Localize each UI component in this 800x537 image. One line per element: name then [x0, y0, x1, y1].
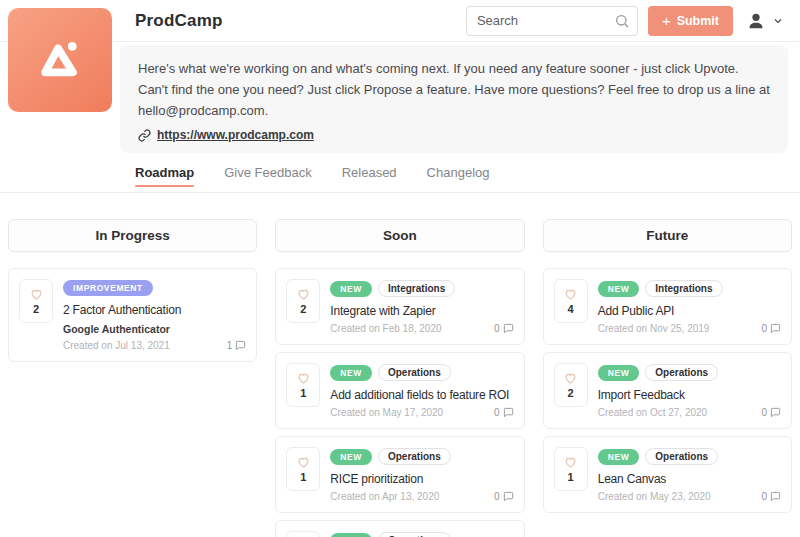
- website-link[interactable]: https://www.prodcamp.com: [157, 128, 314, 142]
- tab-label: Changelog: [427, 165, 490, 180]
- created-date: Created on Jul 13, 2021: [63, 340, 170, 351]
- comment-bubble-icon: [503, 491, 514, 502]
- tab-label: Roadmap: [135, 165, 194, 180]
- feature-card[interactable]: 2 NEW Integrations Integrate with Zapier…: [275, 268, 524, 345]
- heart-icon: [296, 287, 311, 301]
- created-date: Created on May 23, 2020: [598, 491, 711, 502]
- upvote-button[interactable]: 1: [554, 447, 588, 491]
- vote-count: 1: [300, 471, 306, 483]
- created-date: Created on May 17, 2020: [330, 407, 443, 418]
- comment-count[interactable]: 1: [227, 340, 247, 351]
- comment-count-value: 0: [494, 491, 500, 502]
- heart-icon: [296, 455, 311, 469]
- tab-released[interactable]: Released: [342, 165, 397, 180]
- category-tag: Integrations: [645, 280, 722, 297]
- column-soon: Soon 2 NEW Integrations Integrate with Z…: [275, 219, 524, 537]
- comment-count[interactable]: 0: [494, 407, 514, 418]
- card-title: Lean Canvas: [598, 472, 781, 486]
- upvote-button[interactable]: 2: [286, 279, 320, 323]
- comment-count-value: 0: [761, 407, 767, 418]
- vote-count: 1: [568, 471, 574, 483]
- upvote-button[interactable]: 2: [554, 363, 588, 407]
- status-badge: NEW: [598, 449, 640, 465]
- intro-description: Here's what we're working on and what's …: [138, 58, 770, 121]
- heart-icon: [563, 287, 578, 301]
- status-badge: NEW: [598, 365, 640, 381]
- tab-changelog[interactable]: Changelog: [427, 165, 490, 180]
- roadmap-board: In Progress 2 IMPROVEMENT 2 Factor Authe…: [0, 193, 800, 537]
- feature-card[interactable]: 1 NEW Operations Add additional fields t…: [275, 352, 524, 429]
- card-title: Integrate with Zapier: [330, 304, 513, 318]
- upvote-button[interactable]: 2: [19, 279, 53, 323]
- comment-count[interactable]: 0: [494, 323, 514, 334]
- tab-label: Give Feedback: [224, 165, 311, 180]
- tabs-bar: Roadmap Give Feedback Released Changelog: [0, 165, 800, 193]
- card-title: Add additional fields to feature ROI: [330, 388, 513, 402]
- feature-card[interactable]: 2 IMPROVEMENT 2 Factor Authentication Go…: [8, 268, 257, 362]
- submit-button-label: Submit: [677, 14, 719, 28]
- comment-bubble-icon: [503, 407, 514, 418]
- column-header: Soon: [275, 219, 524, 252]
- heart-icon: [563, 455, 578, 469]
- created-date: Created on Nov 25, 2019: [598, 323, 710, 334]
- column-future: Future 4 NEW Integrations Add Public API…: [543, 219, 792, 520]
- comment-count[interactable]: 0: [761, 407, 781, 418]
- vote-count: 2: [568, 387, 574, 399]
- category-tag: Operations: [645, 448, 718, 465]
- heart-icon: [29, 287, 44, 301]
- category-tag: Integrations: [378, 280, 455, 297]
- column-in-progress: In Progress 2 IMPROVEMENT 2 Factor Authe…: [8, 219, 257, 369]
- search-input[interactable]: [466, 6, 638, 36]
- comment-bubble-icon: [503, 323, 514, 334]
- status-badge: NEW: [598, 281, 640, 297]
- comment-bubble-icon: [770, 491, 781, 502]
- created-date: Created on Feb 18, 2020: [330, 323, 441, 334]
- upvote-button[interactable]: 1: [286, 447, 320, 491]
- tab-label: Released: [342, 165, 397, 180]
- category-tag: Operations: [378, 532, 451, 537]
- submit-button[interactable]: + Submit: [648, 6, 733, 36]
- feature-card[interactable]: 1 NEW Operations RICE prioritization Cre…: [275, 436, 524, 513]
- vote-count: 2: [300, 303, 306, 315]
- status-badge: NEW: [330, 365, 372, 381]
- user-menu[interactable]: [743, 8, 786, 34]
- upvote-button[interactable]: 0: [286, 531, 320, 537]
- prodcamp-logo: [8, 8, 112, 112]
- column-cards: 2 NEW Integrations Integrate with Zapier…: [275, 268, 524, 537]
- category-tag: Operations: [645, 364, 718, 381]
- top-bar: ProdCamp + Submit: [0, 0, 800, 42]
- feature-card[interactable]: 0 NEW Operations Weekly summary email Cr…: [275, 520, 524, 537]
- column-cards: 2 IMPROVEMENT 2 Factor Authentication Go…: [8, 268, 257, 362]
- category-tag: Operations: [378, 448, 451, 465]
- feature-card[interactable]: 2 NEW Operations Import Feedback Created…: [543, 352, 792, 429]
- upvote-button[interactable]: 4: [554, 279, 588, 323]
- column-cards: 4 NEW Integrations Add Public API Create…: [543, 268, 792, 513]
- vote-count: 4: [568, 303, 574, 315]
- tab-give-feedback[interactable]: Give Feedback: [224, 165, 311, 180]
- plus-icon: +: [662, 13, 671, 28]
- tab-roadmap[interactable]: Roadmap: [135, 165, 194, 180]
- comment-bubble-icon: [770, 323, 781, 334]
- comment-count[interactable]: 0: [761, 491, 781, 502]
- heart-icon: [296, 371, 311, 385]
- comment-count[interactable]: 0: [494, 491, 514, 502]
- comment-bubble-icon: [235, 340, 246, 351]
- chevron-down-icon: [772, 15, 784, 27]
- created-date: Created on Oct 27, 2020: [598, 407, 708, 418]
- user-icon: [745, 10, 767, 32]
- upvote-button[interactable]: 1: [286, 363, 320, 407]
- intro-panel: Here's what we're working on and what's …: [120, 45, 788, 153]
- card-title: RICE prioritization: [330, 472, 513, 486]
- feature-card[interactable]: 1 NEW Operations Lean Canvas Created on …: [543, 436, 792, 513]
- feature-card[interactable]: 4 NEW Integrations Add Public API Create…: [543, 268, 792, 345]
- comment-count-value: 0: [494, 323, 500, 334]
- link-icon: [138, 129, 151, 142]
- comment-count-value: 1: [227, 340, 233, 351]
- heart-icon: [563, 371, 578, 385]
- vote-count: 2: [33, 303, 39, 315]
- comment-count[interactable]: 0: [761, 323, 781, 334]
- prodcamp-logo-icon: [29, 29, 91, 91]
- status-badge: IMPROVEMENT: [63, 280, 153, 296]
- comment-count-value: 0: [494, 407, 500, 418]
- card-title: 2 Factor Authentication: [63, 303, 246, 317]
